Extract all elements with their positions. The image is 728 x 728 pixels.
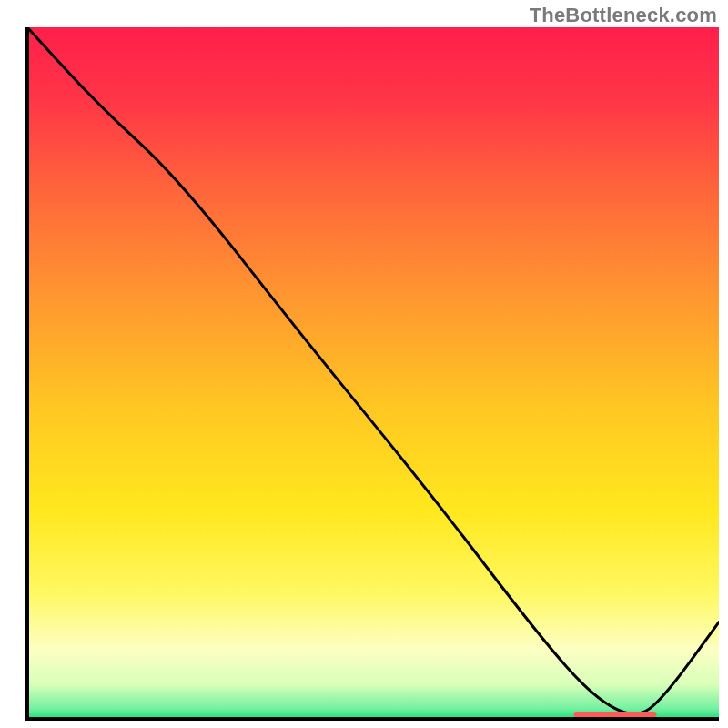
bottleneck-chart — [0, 0, 728, 728]
marker-strip — [573, 712, 656, 717]
gradient-background — [27, 27, 719, 719]
chart-root: TheBottleneck.com — [0, 0, 728, 728]
watermark-label: TheBottleneck.com — [530, 4, 717, 27]
